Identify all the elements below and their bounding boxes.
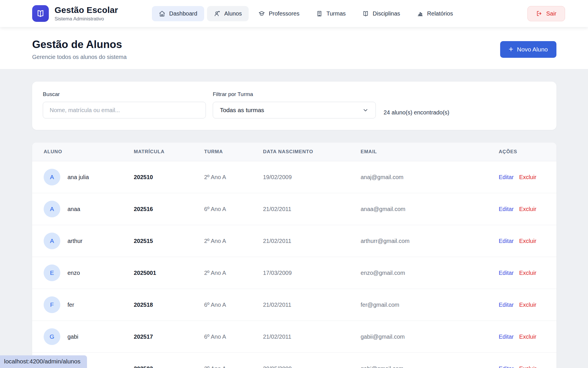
- row-actions: Editar Excluir: [499, 174, 554, 181]
- page-title: Gestão de Alunos: [32, 39, 127, 51]
- brand: Gestão Escolar Sistema Administrativo: [32, 5, 118, 22]
- page-header-text: Gestão de Alunos Gerencie todos os aluno…: [32, 39, 127, 60]
- student-cell: A arthur: [44, 233, 131, 249]
- nav-item-disciplinas[interactable]: Disciplinas: [355, 6, 407, 21]
- edit-link[interactable]: Editar: [499, 206, 514, 212]
- logout-button[interactable]: Sair: [527, 6, 565, 21]
- delete-link[interactable]: Excluir: [519, 206, 536, 212]
- row-actions: Editar Excluir: [499, 270, 554, 276]
- filter-card: Buscar Filtrar por Turma Todas as turmas…: [32, 82, 556, 130]
- student-email: enzo@gmail.com: [361, 257, 499, 289]
- nav-item-turmas[interactable]: Turmas: [309, 6, 353, 21]
- student-cell: G gabi: [44, 328, 131, 345]
- delete-link[interactable]: Excluir: [519, 174, 536, 181]
- brand-text: Gestão Escolar Sistema Administrativo: [55, 5, 118, 22]
- nav-label: Relatórios: [427, 10, 453, 17]
- delete-link[interactable]: Excluir: [519, 238, 536, 244]
- header-nascimento: DATA NASCIMENTO: [263, 143, 361, 161]
- header-acoes: AÇÕES: [499, 143, 556, 161]
- student-matricula: 202518: [134, 289, 204, 321]
- delete-link[interactable]: Excluir: [519, 365, 536, 368]
- avatar: A: [44, 201, 60, 217]
- student-turma: 2º Ano A: [204, 353, 263, 368]
- row-actions: Editar Excluir: [499, 334, 554, 340]
- nav-item-dashboard[interactable]: Dashboard: [152, 6, 204, 21]
- search-input[interactable]: [43, 102, 206, 118]
- edit-link[interactable]: Editar: [499, 334, 514, 340]
- search-group: Buscar: [43, 91, 206, 118]
- student-name: arthur: [67, 238, 82, 244]
- nav-item-alunos[interactable]: Alunos: [207, 6, 249, 21]
- avatar: A: [44, 169, 60, 185]
- student-name: enzo: [67, 270, 80, 276]
- student-turma: 2º Ano A: [204, 225, 263, 257]
- new-student-label: Novo Aluno: [517, 46, 548, 53]
- edit-link[interactable]: Editar: [499, 270, 514, 276]
- student-cell: F fer: [44, 296, 131, 313]
- edit-link[interactable]: Editar: [499, 174, 514, 181]
- table-row: G gabi 202517 6º Ano A 21/02/2011 gabii@…: [32, 321, 556, 353]
- table-row: A arthur 202515 2º Ano A 21/02/2011 arth…: [32, 225, 556, 257]
- student-email: arthurr@gmail.com: [361, 225, 499, 257]
- table-row: E enzo 2025001 2º Ano A 17/03/2009 enzo@…: [32, 257, 556, 289]
- student-nascimento: 21/02/2011: [263, 289, 361, 321]
- row-actions: Editar Excluir: [499, 206, 554, 212]
- student-nascimento: 21/02/2011: [263, 193, 361, 225]
- student-email: gabii@gmail.com: [361, 321, 499, 353]
- students-table: ALUNO MATRÍCULA TURMA DATA NASCIMENTO EM…: [32, 143, 556, 368]
- delete-link[interactable]: Excluir: [519, 270, 536, 276]
- page-header: Gestão de Alunos Gerencie todos os aluno…: [0, 27, 588, 69]
- nav-item-relatorios[interactable]: Relatórios: [410, 6, 460, 21]
- students-table-card: ALUNO MATRÍCULA TURMA DATA NASCIMENTO EM…: [32, 143, 556, 368]
- nav-label: Professores: [269, 10, 299, 17]
- student-nascimento: 21/02/2011: [263, 225, 361, 257]
- edit-link[interactable]: Editar: [499, 238, 514, 244]
- student-email: fer@gmail.com: [361, 289, 499, 321]
- nav-label: Turmas: [326, 10, 346, 17]
- edit-link[interactable]: Editar: [499, 365, 514, 368]
- nav-label: Alunos: [224, 10, 242, 17]
- avatar: E: [44, 264, 60, 281]
- logout-icon: [536, 10, 542, 17]
- edit-link[interactable]: Editar: [499, 302, 514, 308]
- nav-item-professores[interactable]: Professores: [252, 6, 306, 21]
- main-content: Buscar Filtrar por Turma Todas as turmas…: [0, 69, 588, 368]
- row-actions: Editar Excluir: [499, 302, 554, 308]
- nav-label: Disciplinas: [373, 10, 400, 17]
- row-actions: Editar Excluir: [499, 238, 554, 244]
- logout-label: Sair: [546, 10, 556, 17]
- brand-subtitle: Sistema Administrativo: [55, 16, 118, 22]
- row-actions: Editar Excluir: [499, 365, 554, 368]
- header-aluno: ALUNO: [32, 143, 134, 161]
- table-row: A ana julia 202510 2º Ano A 19/02/2009 a…: [32, 161, 556, 193]
- plus-icon: +: [509, 45, 513, 53]
- delete-link[interactable]: Excluir: [519, 302, 536, 308]
- avatar: A: [44, 233, 60, 249]
- student-email: anaa@gmail.com: [361, 193, 499, 225]
- student-matricula: 202516: [134, 193, 204, 225]
- turma-filter-group: Filtrar por Turma Todas as turmas: [213, 91, 376, 118]
- student-name: fer: [67, 302, 74, 308]
- student-cell: A anaa: [44, 201, 131, 217]
- header-matricula: MATRÍCULA: [134, 143, 204, 161]
- students-table-body: A ana julia 202510 2º Ano A 19/02/2009 a…: [32, 161, 556, 368]
- student-matricula: 2025001: [134, 257, 204, 289]
- results-count: 24 aluno(s) encontrado(s): [384, 109, 449, 116]
- new-student-button[interactable]: + Novo Aluno: [500, 41, 556, 58]
- graduation-cap-icon: [258, 10, 265, 17]
- table-header-row: ALUNO MATRÍCULA TURMA DATA NASCIMENTO EM…: [32, 143, 556, 161]
- turma-filter-label: Filtrar por Turma: [213, 91, 376, 97]
- student-name: gabi: [67, 334, 78, 340]
- student-matricula: 202515: [134, 225, 204, 257]
- delete-link[interactable]: Excluir: [519, 334, 536, 340]
- student-turma: 6º Ano A: [204, 321, 263, 353]
- main-nav: Dashboard Alunos Professores Turmas Disc…: [152, 6, 460, 21]
- header-turma: TURMA: [204, 143, 263, 161]
- student-name: anaa: [67, 206, 80, 212]
- student-matricula: 202517: [134, 321, 204, 353]
- student-email: anaj@gmail.com: [361, 161, 499, 193]
- turma-filter-value: Todas as turmas: [220, 107, 264, 114]
- student-nascimento: 21/02/2011: [263, 321, 361, 353]
- turma-filter-select[interactable]: Todas as turmas: [213, 102, 376, 118]
- student-matricula: 202503: [134, 353, 204, 368]
